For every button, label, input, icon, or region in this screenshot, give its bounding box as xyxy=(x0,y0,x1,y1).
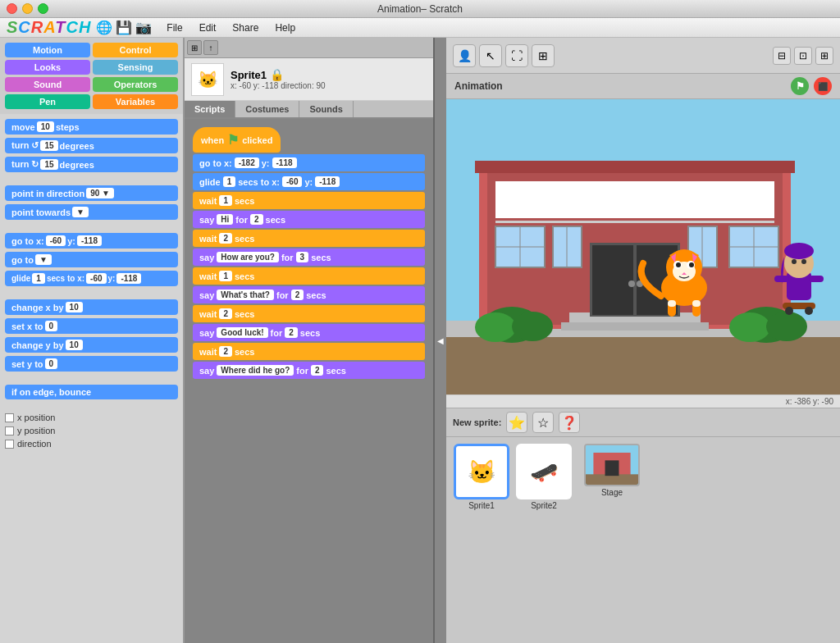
sprite-thumb-sprite2[interactable]: 🛹 Sprite2 xyxy=(515,444,573,510)
block-say-where[interactable]: say Where did he go? for 2 secs xyxy=(193,362,425,379)
svg-point-13 xyxy=(628,280,635,287)
block-wait-2a[interactable]: wait 2 secs xyxy=(193,230,425,247)
stage-controls: 👤 ↖ ⛶ ⊞ xyxy=(453,44,555,67)
sprite-thumb-img-sprite1: 🐱 xyxy=(454,444,509,499)
grid-icon[interactable]: ⊞ xyxy=(532,44,555,67)
block-say-goodluck[interactable]: say Good luck! for 2 secs xyxy=(193,324,425,341)
blocks-list: move 10 steps turn ↺ 15 degrees turn ↻ 1… xyxy=(0,114,183,643)
checkbox-x-icon[interactable] xyxy=(5,413,14,422)
block-move-steps[interactable]: move 10 steps xyxy=(5,119,178,135)
svg-rect-63 xyxy=(586,474,638,485)
svg-rect-60 xyxy=(809,276,824,282)
category-sound[interactable]: Sound xyxy=(5,77,90,92)
view-medium[interactable]: ⊡ xyxy=(794,47,812,65)
block-say-whats-that[interactable]: say What's that? for 2 secs xyxy=(193,286,425,303)
block-turn-left[interactable]: turn ↺ 15 degrees xyxy=(5,138,178,153)
stage-thumb[interactable]: Stage xyxy=(584,444,640,510)
maximize-button[interactable] xyxy=(38,3,48,14)
paint-new-sprite-button[interactable]: ⭐ xyxy=(506,412,527,433)
svg-rect-59 xyxy=(774,276,789,282)
block-change-y[interactable]: change y by 10 xyxy=(5,337,178,353)
lock-icon[interactable]: 🔒 xyxy=(270,68,284,81)
stage-action-buttons: ⚑ ⬛ xyxy=(791,77,832,95)
label-x-position: x position xyxy=(17,413,55,422)
svg-rect-5 xyxy=(475,161,795,173)
block-when-flag-clicked[interactable]: when ⚑ clicked xyxy=(193,127,281,153)
block-point-towards[interactable]: point towards ▼ xyxy=(5,204,178,220)
red-stop-button[interactable]: ⬛ xyxy=(814,77,832,95)
category-pen[interactable]: Pen xyxy=(5,94,90,109)
view-small[interactable]: ⊟ xyxy=(773,47,791,65)
tab-scripts[interactable]: Scripts xyxy=(185,101,235,117)
menu-share[interactable]: Share xyxy=(224,21,267,35)
sprite-thumb-sprite1[interactable]: 🐱 Sprite1 xyxy=(453,444,510,510)
category-control[interactable]: Control xyxy=(93,43,178,57)
minimize-button[interactable] xyxy=(22,3,33,14)
sprite-thumb-img-sprite2: 🛹 xyxy=(516,444,572,499)
random-sprite-button[interactable]: ❓ xyxy=(559,412,580,433)
category-looks[interactable]: Looks xyxy=(5,60,90,75)
block-go-to-xy[interactable]: go to x: -60 y: -118 xyxy=(5,233,178,249)
stage-thumb-label: Stage xyxy=(601,488,623,497)
svg-point-44 xyxy=(676,262,681,267)
close-button[interactable] xyxy=(7,3,17,14)
block-wait-2c[interactable]: wait 2 secs xyxy=(193,343,425,360)
block-goto-start[interactable]: go to x: -182 y: -118 xyxy=(193,154,425,171)
block-set-y[interactable]: set y to 0 xyxy=(5,356,178,372)
arrow-icon[interactable]: ↖ xyxy=(479,44,502,67)
window-title: Animation– Scratch xyxy=(377,3,463,15)
person-icon[interactable]: 👤 xyxy=(453,44,476,67)
category-variables[interactable]: Variables xyxy=(93,94,178,109)
script-area[interactable]: when ⚑ clicked go to x: -182 y: -118 gli… xyxy=(185,119,433,643)
collapse-handle[interactable]: ◀ xyxy=(435,38,446,643)
block-change-x[interactable]: change x by 10 xyxy=(5,299,178,315)
middle-panel: ⊞ ↑ 🐱 Sprite1 🔒 x: -60 y: -118 direction… xyxy=(185,38,435,643)
block-point-direction[interactable]: point in direction 90 ▼ xyxy=(5,185,178,201)
tabs: Scripts Costumes Sounds xyxy=(185,101,433,119)
block-glide[interactable]: glide 1 secs to x: -60 y: -118 xyxy=(5,271,178,286)
svg-point-55 xyxy=(801,259,806,264)
block-turn-right[interactable]: turn ↻ 15 degrees xyxy=(5,157,178,172)
panel-icon-2[interactable]: ↑ xyxy=(203,40,218,55)
separator5 xyxy=(5,403,178,409)
checkbox-direction[interactable]: direction xyxy=(5,439,178,449)
tab-costumes[interactable]: Costumes xyxy=(235,101,299,117)
checkbox-direction-icon[interactable] xyxy=(5,440,14,449)
stage-title: Animation ⚑ ⬛ xyxy=(446,74,840,99)
checkbox-y-position[interactable]: y position xyxy=(5,426,178,436)
block-wait-1[interactable]: wait 1 secs xyxy=(193,192,425,209)
green-flag-button[interactable]: ⚑ xyxy=(791,77,809,95)
menu-help[interactable]: Help xyxy=(267,21,304,35)
block-edge-bounce[interactable]: if on edge, bounce xyxy=(5,385,178,399)
block-wait-2b[interactable]: wait 2 secs xyxy=(193,305,425,322)
camera-icon[interactable]: 📷 xyxy=(135,20,152,35)
titlebar: Animation– Scratch xyxy=(0,0,840,18)
stage-toolbar: 👤 ↖ ⛶ ⊞ ⊟ ⊡ ⊞ xyxy=(446,38,840,74)
block-say-hi[interactable]: say Hi for 2 secs xyxy=(193,211,425,228)
view-large[interactable]: ⊞ xyxy=(815,47,833,65)
panel-icon-1[interactable]: ⊞ xyxy=(187,40,202,55)
category-motion[interactable]: Motion xyxy=(5,43,90,57)
browse-sprite-button[interactable]: ☆ xyxy=(532,412,554,433)
block-set-x[interactable]: set x to 0 xyxy=(5,318,178,334)
category-sensing[interactable]: Sensing xyxy=(93,60,178,75)
scratch-logo: SCRATCH xyxy=(7,18,91,37)
stage-coords: x: -386 y: -90 xyxy=(446,394,840,408)
separator4 xyxy=(5,375,178,381)
block-say-howareyou[interactable]: say How are you? for 3 secs xyxy=(193,249,425,266)
save-icon[interactable]: 💾 xyxy=(116,20,132,35)
svg-rect-50 xyxy=(692,300,701,307)
category-operators[interactable]: Operators xyxy=(93,77,178,92)
checkbox-x-position[interactable]: x position xyxy=(5,413,178,422)
block-go-to[interactable]: go to ▼ xyxy=(5,252,178,267)
globe-icon[interactable]: 🌐 xyxy=(96,20,112,35)
block-wait-1b[interactable]: wait 1 secs xyxy=(193,267,425,285)
menu-file[interactable]: File xyxy=(158,21,190,35)
tab-sounds[interactable]: Sounds xyxy=(299,101,353,117)
block-glide-to[interactable]: glide 1 secs to x: -60 y: -118 xyxy=(193,173,425,190)
svg-point-57 xyxy=(785,307,793,315)
fullscreen-icon[interactable]: ⛶ xyxy=(505,44,528,67)
sprite-thumbnail: 🐱 xyxy=(191,63,224,96)
menu-edit[interactable]: Edit xyxy=(191,21,225,35)
checkbox-y-icon[interactable] xyxy=(5,426,14,436)
